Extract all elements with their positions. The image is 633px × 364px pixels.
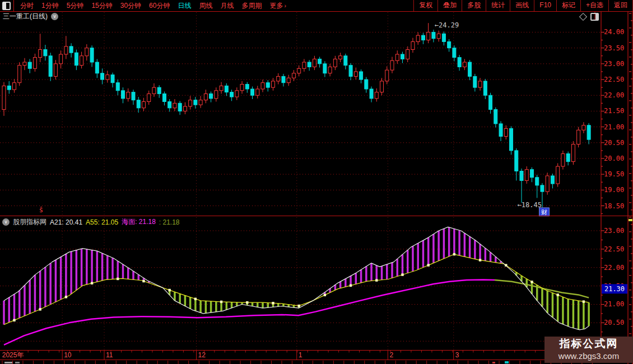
menu-item-F10[interactable]: F10 <box>534 0 556 11</box>
menu-item-分时[interactable]: 分时 <box>16 1 38 11</box>
mini-scrollbar-strip[interactable] <box>628 11 633 364</box>
menu-item-标记[interactable]: 标记 <box>556 0 580 11</box>
svg-text:21.30: 21.30 <box>604 285 625 293</box>
menu-item-60分钟[interactable]: 60分钟 <box>145 1 174 11</box>
chart-canvas: 24.0023.5023.0022.5022.0021.5021.0020.50… <box>0 0 633 364</box>
indicator-name[interactable]: 股朋指标网 <box>13 217 46 227</box>
indicator-lines-layer <box>4 227 589 344</box>
chevron-down-icon[interactable]: ∨ <box>51 13 58 20</box>
menu-item-30分钟[interactable]: 30分钟 <box>117 1 145 11</box>
svg-text:20.00: 20.00 <box>604 155 624 162</box>
svg-text:10: 10 <box>64 351 72 359</box>
menu-left: 分时1分钟5分钟15分钟30分钟60分钟日线周线月线多周期更多› <box>16 0 290 11</box>
svg-text:19.00: 19.00 <box>604 186 624 194</box>
chevron-down-icon[interactable]: ∨ <box>2 218 10 226</box>
indicator-sea-value: 海面: 21.18 <box>122 217 156 227</box>
watermark-title: 指标公式网 <box>544 337 633 351</box>
indicator-a21-value: A21: 20.41 <box>50 218 82 226</box>
menu-item-画线[interactable]: 画线 <box>510 0 534 11</box>
svg-text:ŝ: ŝ <box>39 206 43 214</box>
menu-item-周线[interactable]: 周线 <box>195 1 216 11</box>
svg-text:1: 1 <box>299 351 302 359</box>
svg-text:21.50: 21.50 <box>604 107 624 115</box>
svg-text:20.50: 20.50 <box>604 139 624 147</box>
menu-item-返回[interactable]: 返回 <box>608 0 633 11</box>
watermark-box: 指标公式网 www.zbgs3.com <box>544 337 633 363</box>
svg-text:21.00: 21.00 <box>604 123 624 131</box>
chart-title-row: 三一重工(日线) ∨ <box>3 12 58 21</box>
split-panel-icon[interactable] <box>590 13 599 21</box>
menu-item-15分钟[interactable]: 15分钟 <box>87 1 116 11</box>
menu-bar: 分时1分钟5分钟15分钟30分钟60分钟日线周线月线多周期更多› 复权叠加多股统… <box>0 0 633 12</box>
svg-text:2025年: 2025年 <box>2 351 24 359</box>
svg-text:2: 2 <box>389 351 393 359</box>
diamond-icon[interactable] <box>579 13 587 21</box>
svg-text:←24.29: ←24.29 <box>435 21 459 29</box>
svg-text:←18.45: ←18.45 <box>518 201 542 209</box>
menu-item-多周期[interactable]: 多周期 <box>238 1 266 11</box>
svg-text:22.00: 22.00 <box>604 264 624 272</box>
title-row-icons <box>580 13 599 21</box>
svg-text:12: 12 <box>198 351 206 359</box>
menu-item-复权[interactable]: 复权 <box>413 0 437 11</box>
watermark-url: www.zbgs3.com <box>544 351 633 361</box>
menu-item-叠加[interactable]: 叠加 <box>437 0 462 11</box>
menu-divider <box>13 0 14 11</box>
svg-text:19.50: 19.50 <box>604 170 624 178</box>
menu-item-统计[interactable]: 统计 <box>486 0 510 11</box>
menu-item-+自选[interactable]: +自选 <box>580 0 608 11</box>
trading-app-window: 分时1分钟5分钟15分钟30分钟60分钟日线周线月线多周期更多› 复权叠加多股统… <box>0 0 633 364</box>
grid-layer <box>0 32 601 341</box>
indicator-header: ∨ 股朋指标网 A21: 20.41 A55: 21.05 海面: 21.18 … <box>2 217 180 227</box>
svg-text:财: 财 <box>541 209 547 216</box>
menu-item-多股[interactable]: 多股 <box>462 0 486 11</box>
svg-text:18.50: 18.50 <box>604 202 624 210</box>
svg-text:21.00: 21.00 <box>604 300 624 308</box>
annotations-layer: ←24.29←18.45财ŝ <box>39 21 550 216</box>
svg-text:3: 3 <box>455 351 459 359</box>
page-title: 三一重工(日线) <box>3 12 48 21</box>
indicator-sea2-value: : 21.18 <box>159 218 180 226</box>
band-hatch-layer <box>4 227 589 329</box>
svg-text:23.00: 23.00 <box>604 60 624 68</box>
axis-labels: 24.0023.5023.0022.5022.0021.5021.0020.50… <box>601 28 624 345</box>
svg-text:22.50: 22.50 <box>604 76 624 83</box>
month-axis: 2025年101112123 <box>2 12 598 364</box>
indicator-a55-value: A55: 21.05 <box>86 218 118 226</box>
svg-text:22.00: 22.00 <box>604 91 624 99</box>
svg-text:23.50: 23.50 <box>604 44 624 52</box>
axis-highlight-box: 21.30 <box>602 284 627 293</box>
svg-text:22.50: 22.50 <box>604 245 624 253</box>
menu-item-月线[interactable]: 月线 <box>216 1 238 11</box>
candles-layer <box>2 23 590 207</box>
svg-text:11: 11 <box>106 351 113 359</box>
menu-item-1分钟[interactable]: 1分钟 <box>38 1 63 11</box>
window-layout-icon[interactable] <box>2 2 11 10</box>
svg-text:20.50: 20.50 <box>604 319 624 326</box>
menu-right: 复权叠加多股统计画线F10标记+自选返回 <box>413 0 633 11</box>
menu-item-日线[interactable]: 日线 <box>174 1 195 11</box>
menu-item-5分钟[interactable]: 5分钟 <box>63 1 88 11</box>
menu-item-更多[interactable]: 更多› <box>266 1 290 11</box>
svg-text:23.00: 23.00 <box>604 227 624 235</box>
svg-text:24.00: 24.00 <box>604 28 624 36</box>
